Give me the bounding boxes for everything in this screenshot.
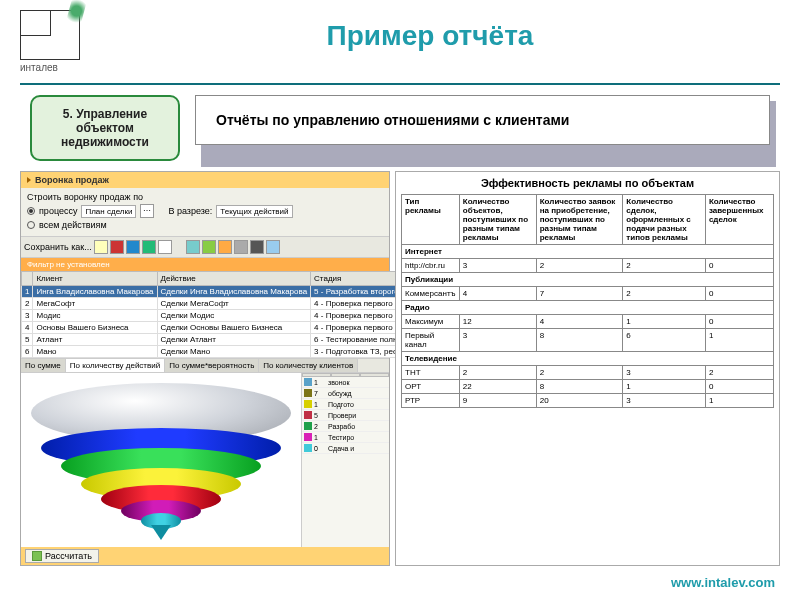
legend-header bbox=[302, 373, 389, 377]
builder-label: Строить воронку продаж по bbox=[27, 192, 383, 202]
eff-cell: 2 bbox=[536, 366, 623, 380]
table-row[interactable]: 4Основы Вашего БизнесаСделки Основы Ваше… bbox=[22, 322, 445, 334]
txt-icon[interactable] bbox=[158, 240, 172, 254]
nav-card: 5. Управление объектом недвижимости bbox=[30, 95, 180, 161]
eff-category: Интернет bbox=[402, 245, 774, 259]
logo: инталев bbox=[20, 10, 80, 73]
tool-icon-2[interactable] bbox=[202, 240, 216, 254]
eff-cell: 12 bbox=[459, 315, 536, 329]
radio-all[interactable] bbox=[27, 221, 35, 229]
grid-col[interactable]: Действие bbox=[157, 272, 311, 286]
legend-label: звонок bbox=[328, 379, 350, 386]
legend-row[interactable]: 1Тестиро bbox=[302, 432, 389, 443]
split-select[interactable]: Текущих действий bbox=[216, 205, 292, 218]
eff-category: Публикации bbox=[402, 273, 774, 287]
tool-icon-3[interactable] bbox=[218, 240, 232, 254]
legend-label: Сдача и bbox=[328, 445, 354, 452]
subtitle-card: Отчёты по управлению отношениями с клиен… bbox=[195, 95, 770, 161]
footer-url: www.intalev.com bbox=[671, 575, 775, 590]
eff-cell: Максимум bbox=[402, 315, 460, 329]
eff-cell: 2 bbox=[705, 366, 773, 380]
save-icon[interactable] bbox=[94, 240, 108, 254]
eff-category-label: Радио bbox=[402, 301, 774, 315]
filter-bar[interactable]: Фильтр не установлен bbox=[21, 258, 389, 271]
tab[interactable]: По количеству клиентов bbox=[259, 359, 358, 372]
eff-row: http://cbr.ru3220 bbox=[402, 259, 774, 273]
doc-icon[interactable] bbox=[126, 240, 140, 254]
cell: Сделки Модис bbox=[157, 310, 311, 322]
tab[interactable]: По количеству действий bbox=[66, 359, 165, 372]
eff-cell: Первый канал bbox=[402, 329, 460, 352]
legend-row[interactable]: 2Разрабо bbox=[302, 421, 389, 432]
toolbar: Сохранить как... bbox=[21, 237, 389, 258]
eff-cell: http://cbr.ru bbox=[402, 259, 460, 273]
cell: 5 bbox=[22, 334, 33, 346]
eff-cell: 3 bbox=[623, 366, 706, 380]
eff-row: Первый канал3861 bbox=[402, 329, 774, 352]
legend-label: Подгото bbox=[328, 401, 354, 408]
legend-label: обсужд bbox=[328, 390, 352, 397]
logo-icon bbox=[20, 10, 80, 60]
tool-icon-4[interactable] bbox=[250, 240, 264, 254]
save-as-label[interactable]: Сохранить как... bbox=[24, 242, 92, 252]
grid-col[interactable] bbox=[22, 272, 33, 286]
funnel-pane-header[interactable]: Воронка продаж bbox=[21, 172, 389, 188]
legend-count: 1 bbox=[314, 401, 326, 408]
legend-row[interactable]: 1Подгото bbox=[302, 399, 389, 410]
table-row[interactable]: 1Инга Владиславовна МакароваСделки Инга … bbox=[22, 286, 445, 298]
radio-process[interactable] bbox=[27, 207, 35, 215]
table-row[interactable]: 5АтлантСделки Атлант6 - Тестирование пол… bbox=[22, 334, 445, 346]
tab[interactable]: По сумме bbox=[21, 359, 66, 372]
legend-row[interactable]: 0Сдача и bbox=[302, 443, 389, 454]
funnel-app: Воронка продаж Строить воронку продаж по… bbox=[20, 171, 390, 566]
eff-cell: 2 bbox=[623, 259, 706, 273]
legend-count: 0 bbox=[314, 445, 326, 452]
eff-category: Телевидение bbox=[402, 352, 774, 366]
table-row[interactable]: 3МодисСделки Модис4 - Проверка первого п… bbox=[22, 310, 445, 322]
eff-cell: 0 bbox=[705, 287, 773, 301]
eff-cell: 4 bbox=[459, 287, 536, 301]
print-icon[interactable] bbox=[234, 240, 248, 254]
eff-cell: 1 bbox=[623, 315, 706, 329]
swatch bbox=[304, 444, 312, 452]
legend-row[interactable]: 7обсужд bbox=[302, 388, 389, 399]
process-select[interactable]: План сделки bbox=[81, 205, 136, 218]
swatch bbox=[304, 433, 312, 441]
chart-tabs: По суммеПо количеству действийПо сумме*в… bbox=[21, 358, 389, 372]
tool-icon-5[interactable] bbox=[266, 240, 280, 254]
cell: 2 bbox=[22, 298, 33, 310]
table-row[interactable]: 6МаноСделки Мано3 - Подготовка ТЗ, ресур… bbox=[22, 346, 445, 358]
grid-col[interactable]: Клиент bbox=[33, 272, 157, 286]
eff-row: ОРТ22810 bbox=[402, 380, 774, 394]
tool-icon-1[interactable] bbox=[186, 240, 200, 254]
legend-row[interactable]: 5Провери bbox=[302, 410, 389, 421]
legend-row[interactable]: 1звонок bbox=[302, 377, 389, 388]
eff-row: Коммерсантъ4720 bbox=[402, 287, 774, 301]
xls-icon[interactable] bbox=[142, 240, 156, 254]
legend-count: 1 bbox=[314, 434, 326, 441]
pdf-icon[interactable] bbox=[110, 240, 124, 254]
cone-tip bbox=[151, 525, 171, 540]
calc-button[interactable]: Рассчитать bbox=[25, 549, 99, 563]
eff-cell: 6 bbox=[623, 329, 706, 352]
swatch bbox=[304, 400, 312, 408]
cell: Мано bbox=[33, 346, 157, 358]
eff-cell: 1 bbox=[705, 394, 773, 408]
eff-col: Количество объектов, поступивших по разн… bbox=[459, 195, 536, 245]
eff-row: РТР92031 bbox=[402, 394, 774, 408]
eff-category: Радио bbox=[402, 301, 774, 315]
legend-label: Тестиро bbox=[328, 434, 354, 441]
eff-cell: 0 bbox=[705, 380, 773, 394]
eff-cell: 2 bbox=[459, 366, 536, 380]
table-row[interactable]: 2МегаСофтСделки МегаСофт4 - Проверка пер… bbox=[22, 298, 445, 310]
eff-cell: 2 bbox=[536, 259, 623, 273]
eff-cell: 0 bbox=[705, 259, 773, 273]
lookup-icon[interactable]: ⋯ bbox=[140, 204, 154, 218]
eff-col: Количество сделок, оформленных с подачи … bbox=[623, 195, 706, 245]
page-title: Пример отчёта bbox=[80, 20, 780, 52]
swatch bbox=[304, 378, 312, 386]
eff-cell: 20 bbox=[536, 394, 623, 408]
tab[interactable]: По сумме*вероятность bbox=[165, 359, 259, 372]
deals-grid[interactable]: КлиентДействиеСтадия 1Инга Владиславовна… bbox=[21, 271, 445, 358]
subtitle-text: Отчёты по управлению отношениями с клиен… bbox=[195, 95, 770, 145]
